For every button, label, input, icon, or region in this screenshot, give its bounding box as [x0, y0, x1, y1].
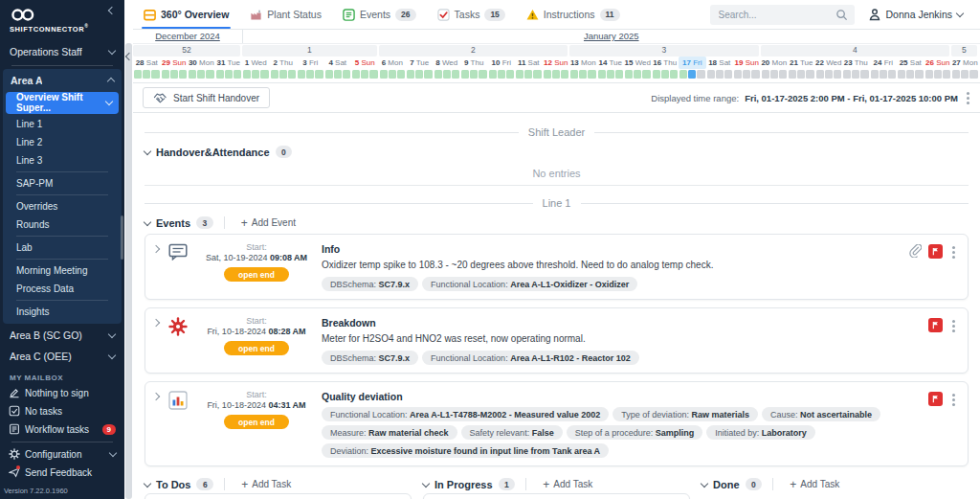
day-label[interactable]: 16 Thu — [652, 57, 679, 69]
shift-cell[interactable] — [134, 70, 142, 79]
day-label[interactable]: 7 Tue — [406, 57, 434, 69]
shift-cell[interactable] — [670, 70, 678, 79]
shift-cell[interactable] — [661, 70, 669, 79]
shift-cell[interactable] — [579, 70, 587, 79]
shift-cell[interactable] — [952, 70, 960, 79]
search-icon[interactable] — [835, 9, 848, 21]
flag-icon[interactable] — [928, 392, 943, 406]
tab-events[interactable]: Events26 — [332, 0, 427, 29]
shift-cell[interactable] — [415, 70, 423, 79]
shift-cell[interactable] — [234, 70, 241, 79]
shift-cell[interactable] — [533, 70, 541, 79]
day-label[interactable]: 29 Sun — [161, 57, 189, 69]
month-link[interactable]: January 2025 — [243, 30, 980, 43]
shift-cell[interactable] — [489, 70, 497, 79]
card-menu-icon[interactable] — [952, 325, 955, 328]
shift-cell[interactable] — [243, 70, 251, 79]
shift-cell[interactable] — [961, 70, 969, 79]
shift-cell[interactable] — [843, 70, 851, 79]
shift-cell[interactable] — [325, 70, 333, 79]
shift-cell[interactable] — [598, 70, 606, 79]
shift-cell[interactable] — [260, 70, 268, 79]
shift-cell[interactable] — [389, 70, 396, 79]
day-label[interactable]: 31 Tue — [215, 57, 243, 69]
day-label[interactable]: 5 Sun — [351, 57, 379, 69]
day-label[interactable]: 9 Thu — [460, 57, 488, 69]
add-task-button[interactable]: +Add Task — [784, 478, 845, 490]
event-card[interactable]: Start:Fri, 10-18-2024 08:28 AMopen endBr… — [145, 307, 969, 374]
day-label[interactable]: 13 Mon — [569, 57, 597, 69]
tab-instructions[interactable]: Instructions11 — [516, 0, 631, 29]
shift-cell[interactable] — [615, 70, 623, 79]
shift-cell[interactable] — [852, 70, 859, 79]
sidebar-item-line-1[interactable]: Line 1 — [3, 115, 122, 133]
shift-cell[interactable] — [334, 70, 342, 79]
day-label[interactable]: 25 Sat — [897, 57, 924, 69]
shift-cell[interactable] — [724, 70, 732, 79]
user-menu[interactable]: Donna Jenkins — [855, 8, 972, 21]
shift-cell[interactable] — [151, 70, 159, 79]
add-task-button[interactable]: +Add Task — [235, 478, 297, 490]
collapse-events-icon[interactable] — [144, 217, 151, 225]
sidebar-collapse-icon[interactable] — [108, 7, 116, 14]
shift-cell[interactable] — [498, 70, 505, 79]
shift-cell[interactable] — [298, 70, 305, 79]
day-label[interactable]: 11 Sat — [515, 57, 543, 69]
range-menu-icon[interactable] — [967, 97, 969, 100]
shift-cell[interactable] — [653, 70, 660, 79]
shift-cell[interactable] — [797, 70, 805, 79]
shift-cell[interactable] — [779, 70, 787, 79]
shift-cell[interactable] — [225, 70, 233, 79]
sidebar-item-insights[interactable]: Insights — [3, 303, 122, 321]
day-label[interactable]: 12 Sun — [543, 57, 570, 69]
add-event-button[interactable]: + Add Event — [235, 216, 301, 229]
shift-cell[interactable] — [443, 70, 451, 79]
shift-cell[interactable] — [407, 70, 414, 79]
shift-cell[interactable] — [934, 70, 942, 79]
collapse-handover-icon[interactable] — [144, 147, 151, 154]
shift-cell[interactable] — [806, 70, 813, 79]
shift-cell[interactable] — [506, 70, 514, 79]
shift-cell[interactable] — [216, 70, 224, 79]
day-label[interactable]: 8 Wed — [434, 57, 461, 69]
shift-cell[interactable] — [561, 70, 568, 79]
shift-cell[interactable] — [397, 70, 405, 79]
search-input[interactable] — [710, 5, 855, 25]
shift-cell[interactable] — [544, 70, 551, 79]
day-label[interactable]: 27 Mon — [951, 57, 979, 69]
start-shift-handover-button[interactable]: Start Shift Handover — [143, 87, 270, 108]
day-label[interactable]: 24 Fri — [870, 57, 898, 69]
day-label[interactable]: 26 Sun — [924, 57, 952, 69]
shift-cell[interactable] — [189, 70, 196, 79]
shift-cell[interactable] — [880, 70, 887, 79]
expand-card-icon[interactable] — [152, 245, 160, 253]
shift-cell[interactable] — [588, 70, 595, 79]
shift-cell[interactable] — [789, 70, 796, 79]
shift-cell[interactable] — [470, 70, 478, 79]
shift-cell[interactable] — [871, 70, 879, 79]
day-label[interactable]: 23 Thu — [842, 57, 870, 69]
shift-cell[interactable] — [380, 70, 388, 79]
sidebar-item-no-tasks[interactable]: No tasks — [0, 402, 124, 420]
month-link[interactable]: December 2024 — [133, 30, 243, 43]
tab-360-overview[interactable]: 360° Overview — [133, 0, 239, 29]
shift-cell[interactable] — [434, 70, 442, 79]
shift-cell[interactable] — [734, 70, 742, 79]
flag-icon[interactable] — [928, 244, 943, 259]
sidebar-item-area-c-oee-[interactable]: Area C (OEE) — [0, 346, 124, 367]
shift-cell[interactable] — [607, 70, 614, 79]
day-label[interactable]: 6 Mon — [379, 57, 407, 69]
shift-cell[interactable] — [716, 70, 724, 79]
sidebar-item-configuration[interactable]: Configuration — [0, 445, 124, 464]
day-label[interactable]: 2 Thu — [270, 57, 298, 69]
shift-cell[interactable] — [825, 70, 833, 79]
sidebar-item-line-2[interactable]: Line 2 — [3, 133, 122, 151]
shift-cell[interactable] — [898, 70, 905, 79]
shift-cell[interactable] — [361, 70, 368, 79]
shift-cell[interactable] — [816, 70, 824, 79]
shift-cell[interactable] — [743, 70, 750, 79]
shift-cell[interactable] — [906, 70, 914, 79]
day-label[interactable]: 10 Fri — [488, 57, 516, 69]
sidebar-item-sap-pm[interactable]: SAP-PM — [3, 174, 122, 193]
paperclip-icon[interactable] — [908, 244, 922, 258]
